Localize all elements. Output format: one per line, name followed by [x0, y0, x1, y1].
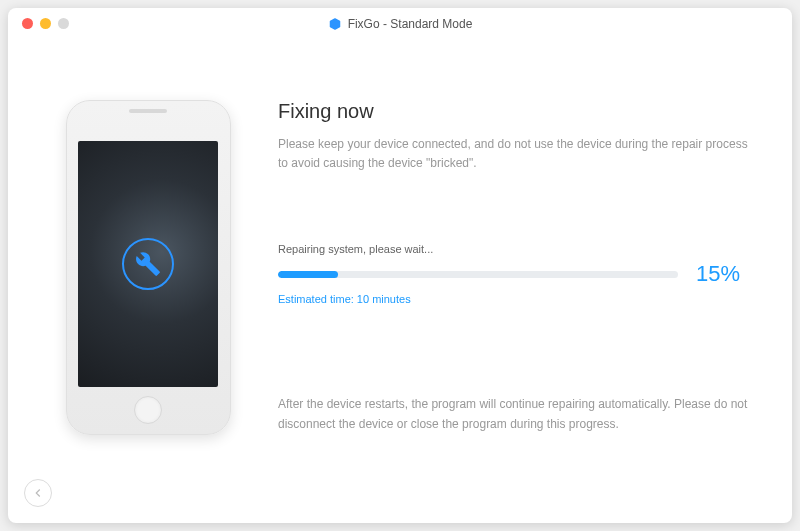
progress-bar-fill [278, 271, 338, 278]
page-heading: Fixing now [278, 100, 752, 123]
info-column: Fixing now Please keep your device conne… [248, 100, 752, 493]
wrench-icon [122, 238, 174, 290]
phone-speaker [129, 109, 167, 113]
maximize-button[interactable] [58, 18, 69, 29]
arrow-left-icon [31, 486, 45, 500]
phone-screen [78, 141, 218, 387]
app-window: FixGo - Standard Mode Fixing now Please … [8, 8, 792, 523]
app-logo-icon [328, 17, 342, 31]
title-center: FixGo - Standard Mode [8, 17, 792, 31]
phone-illustration [66, 100, 231, 435]
footer-note: After the device restarts, the program w… [278, 395, 748, 433]
window-controls [8, 18, 69, 29]
progress-status-label: Repairing system, please wait... [278, 243, 752, 255]
window-title: FixGo - Standard Mode [348, 17, 473, 31]
device-illustration-column [48, 100, 248, 493]
titlebar: FixGo - Standard Mode [8, 8, 792, 40]
phone-home-button [134, 396, 162, 424]
close-button[interactable] [22, 18, 33, 29]
progress-percent: 15% [696, 261, 740, 287]
progress-row: 15% [278, 261, 752, 287]
progress-section: Repairing system, please wait... 15% Est… [278, 243, 752, 305]
minimize-button[interactable] [40, 18, 51, 29]
description-text: Please keep your device connected, and d… [278, 135, 748, 173]
progress-bar [278, 271, 678, 278]
estimated-time: Estimated time: 10 minutes [278, 293, 752, 305]
content-area: Fixing now Please keep your device conne… [8, 40, 792, 523]
back-button[interactable] [24, 479, 52, 507]
